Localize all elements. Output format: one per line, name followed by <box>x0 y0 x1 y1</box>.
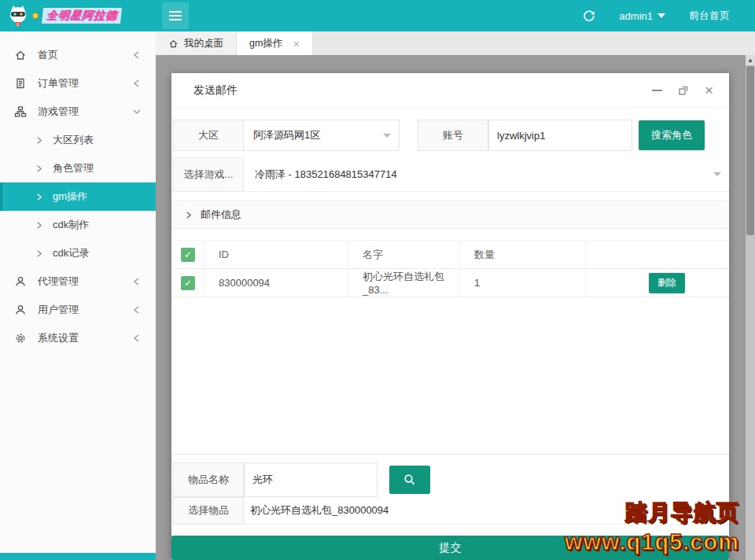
selected-item-value: 初心光环自选礼包_830000094 <box>244 503 389 518</box>
selected-item-label: 选择物品 <box>173 497 244 525</box>
search-role-button[interactable]: 搜索角色 <box>639 120 705 150</box>
chevron-right-icon <box>184 211 193 219</box>
item-name-label: 物品名称 <box>173 462 244 497</box>
chevron-right-icon <box>35 249 43 258</box>
sidebar-item-home[interactable]: 首页 <box>0 41 156 69</box>
tab-gm-operation[interactable]: gm操作 × <box>237 31 313 55</box>
search-icon <box>403 473 416 486</box>
column-header-name: 名字 <box>348 241 460 268</box>
selected-item-row: 选择物品 初心光环自选礼包_830000094 <box>173 497 729 525</box>
sidebar-toggle-button[interactable] <box>162 2 189 29</box>
sidebar-item-cdk-create[interactable]: cdk制作 <box>0 211 156 239</box>
user-menu[interactable]: admin1 <box>619 10 665 22</box>
chevron-left-icon <box>132 79 142 88</box>
select-arrow-icon <box>383 134 391 138</box>
send-mail-dialog: 发送邮件 × 大区 阿泽源码网1区 账号 搜索角色 <box>171 73 729 560</box>
items-table: ✓ ID 名字 数量 ✓ 830000094 初心光环自选礼包_83... 1 … <box>171 240 729 297</box>
column-header-qty: 数量 <box>460 241 586 268</box>
select-all-checkbox[interactable]: ✓ <box>181 248 195 262</box>
chevron-right-icon <box>35 164 43 173</box>
home-icon <box>168 39 179 49</box>
empty-space <box>171 297 729 454</box>
user-icon <box>14 304 27 316</box>
refresh-icon <box>583 9 595 22</box>
scroll-up-arrow-icon[interactable]: ▲ <box>746 55 755 65</box>
chevron-left-icon <box>132 277 142 286</box>
item-name-row: 物品名称 <box>173 462 729 497</box>
maximize-icon <box>678 85 689 96</box>
close-dialog-button[interactable]: × <box>705 83 713 98</box>
account-input[interactable] <box>488 120 632 151</box>
user-icon <box>14 275 27 288</box>
game-select[interactable]: 冷雨泽 - 183521684815347714 <box>244 168 713 182</box>
region-select[interactable]: 阿泽源码网1区 <box>244 120 400 151</box>
chevron-right-icon <box>35 221 43 230</box>
chevron-down-icon <box>657 13 665 18</box>
item-name-input[interactable] <box>244 462 378 497</box>
frontend-home-link[interactable]: 前台首页 <box>689 9 730 23</box>
refresh-button[interactable] <box>583 9 595 22</box>
search-item-button[interactable] <box>389 466 430 494</box>
sidebar-item-role-management[interactable]: 角色管理 <box>0 154 156 182</box>
column-header-id: ID <box>204 241 348 268</box>
chevron-right-icon <box>35 193 43 201</box>
sidebar-item-gm-operation[interactable]: gm操作 <box>0 182 156 211</box>
tab-bar: 我的桌面 gm操作 × <box>156 31 755 55</box>
dialog-title: 发送邮件 <box>193 83 238 98</box>
cell-item-qty: 1 <box>460 269 586 297</box>
game-select-row: 选择游戏... 冷雨泽 - 183521684815347714 <box>173 157 729 192</box>
vertical-scrollbar[interactable]: ▲ <box>746 55 755 560</box>
sidebar-item-game-management[interactable]: 游戏管理 <box>0 98 156 126</box>
row-checkbox[interactable]: ✓ <box>181 276 195 290</box>
delete-row-button[interactable]: 删除 <box>649 273 685 293</box>
maximize-button[interactable] <box>678 85 689 96</box>
select-arrow-icon <box>713 172 721 176</box>
sidebar-item-cdk-records[interactable]: cdk记录 <box>0 239 156 267</box>
mail-info-collapse-header[interactable]: 邮件信息 <box>171 201 729 229</box>
sidebar-bottom-strip <box>0 553 156 560</box>
document-icon <box>14 77 27 90</box>
top-header: G 全明星阿拉德 admin1 前台首页 <box>0 0 755 31</box>
logo-text: 全明星阿拉德 <box>42 8 122 24</box>
table-row: ✓ 830000094 初心光环自选礼包_83... 1 删除 <box>171 269 729 297</box>
tab-my-desktop[interactable]: 我的桌面 <box>156 31 237 55</box>
chevron-down-icon <box>132 107 142 116</box>
cell-item-id: 830000094 <box>204 269 348 297</box>
chevron-left-icon <box>132 333 142 343</box>
chevron-left-icon <box>132 305 142 315</box>
sidebar-item-agent-management[interactable]: 代理管理 <box>0 267 156 296</box>
chevron-left-icon <box>132 50 142 60</box>
mascot-cat-icon: G <box>8 5 28 27</box>
region-account-row: 大区 阿泽源码网1区 账号 搜索角色 <box>173 120 729 151</box>
cell-item-name: 初心光环自选礼包_83... <box>348 269 460 297</box>
close-tab-icon[interactable]: × <box>293 38 300 50</box>
username: admin1 <box>619 10 653 22</box>
sidebar-item-region-list[interactable]: 大区列表 <box>0 126 156 154</box>
region-label: 大区 <box>173 120 244 151</box>
scrollbar-thumb[interactable] <box>746 66 754 235</box>
chevron-right-icon <box>35 136 43 145</box>
gear-icon <box>14 332 27 344</box>
sidebar-item-system-settings[interactable]: 系统设置 <box>0 324 156 352</box>
svg-text:G: G <box>17 23 20 27</box>
dialog-titlebar[interactable]: 发送邮件 × <box>171 73 729 108</box>
column-header-actions <box>586 241 729 268</box>
sidebar-item-orders[interactable]: 订单管理 <box>0 69 156 98</box>
app-logo[interactable]: G 全明星阿拉德 <box>0 0 156 31</box>
game-select-label: 选择游戏... <box>173 157 244 192</box>
account-label: 账号 <box>418 120 488 151</box>
sidebar-item-user-management[interactable]: 用户管理 <box>0 296 156 324</box>
logo-sparkle <box>32 13 39 19</box>
sidebar: 首页 订单管理 游戏管理 大区列表 <box>0 31 156 560</box>
org-chart-icon <box>14 105 27 118</box>
minimize-button[interactable] <box>652 90 662 91</box>
table-header-row: ✓ ID 名字 数量 <box>171 240 729 269</box>
home-icon <box>14 49 27 61</box>
submit-button[interactable]: 提交 <box>171 536 729 560</box>
item-picker-section: 物品名称 选择物品 初心光环自选礼包_830000094 <box>171 454 729 525</box>
content-overlay: 发送邮件 × 大区 阿泽源码网1区 账号 搜索角色 <box>156 55 746 560</box>
